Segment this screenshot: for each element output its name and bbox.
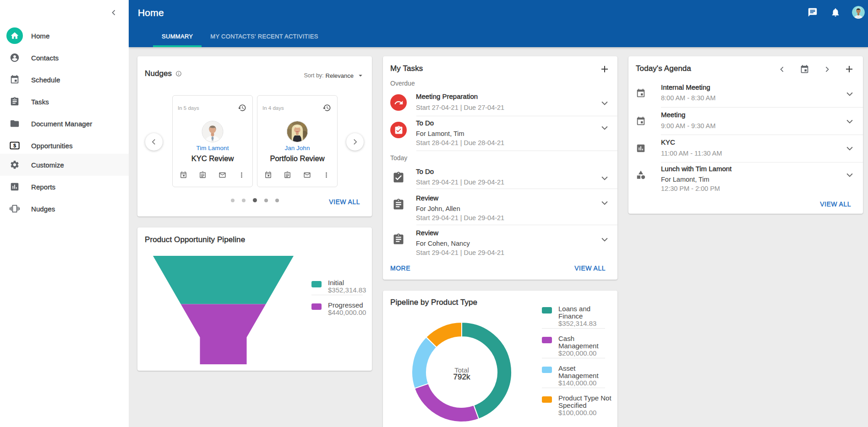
agenda-nav [766, 63, 856, 76]
legend-entry: Product Type Not Specified$100,000.00 [542, 388, 605, 417]
agenda-view-all-button[interactable]: VIEW ALL [820, 200, 851, 208]
agenda-card-title: Today's Agenda [636, 64, 691, 73]
calendar-icon[interactable] [179, 170, 188, 179]
carousel-dot-4[interactable] [264, 199, 268, 202]
todays-agenda-card: Today's Agenda Internal Meeting8:00 AM -… [628, 56, 863, 214]
nudge-contact-link[interactable]: Tim Lamont [173, 145, 252, 151]
tasks-more-button[interactable]: MORE [390, 265, 410, 272]
chevron-down-icon[interactable] [599, 97, 610, 108]
agenda-title: Meeting [661, 111, 685, 119]
page-title: Home [138, 7, 164, 18]
sidebar-item-document-manager[interactable]: Document Manager [0, 113, 129, 135]
app-header: Home SUMMARYMY CONTACTS' RECENT ACTIVITI… [129, 0, 868, 47]
donut-legend: Loans and Finance$352,314.83Cash Managem… [542, 299, 605, 417]
carousel-dot-5[interactable] [275, 199, 279, 202]
calendar-icon[interactable] [263, 170, 273, 179]
nudge-avatar [202, 121, 224, 142]
carousel-dot-2[interactable] [242, 199, 246, 202]
mail-icon[interactable] [302, 170, 311, 179]
sidebar-item-label: Tasks [31, 98, 49, 106]
task-dates: Start 29-04-21 | Due 29-04-21 [416, 249, 504, 256]
task-icon[interactable] [198, 170, 207, 179]
task-dates: Start 29-04-21 | Due 29-04-21 [416, 178, 504, 186]
sort-by-value: Relevance [326, 72, 354, 79]
todo-icon [390, 122, 407, 138]
chevron-down-icon[interactable] [599, 173, 610, 184]
calendar-icon [636, 116, 646, 126]
sidebar-item-customize[interactable]: Customize [0, 154, 129, 176]
nudges-view-all-button[interactable]: VIEW ALL [329, 198, 360, 205]
nudge-card-1: In 5 daysTim LamontKYC Review [172, 95, 253, 187]
more-vert-icon[interactable] [237, 170, 246, 179]
legend-value: $440,000.00 [328, 309, 363, 316]
agenda-calendar-button[interactable] [798, 63, 811, 76]
sidebar: HomeContactsScheduleTasksDocument Manage… [0, 0, 129, 427]
sidebar-item-nudges[interactable]: Nudges [0, 198, 129, 220]
agenda-prev-day-button[interactable] [775, 63, 788, 76]
legend-entry: Progressed$440,000.00 [311, 295, 363, 317]
sidebar-item-label: Nudges [31, 205, 55, 213]
header-actions [806, 6, 868, 19]
add-agenda-item-button[interactable] [843, 63, 856, 76]
tab-my-contacts-recent-activities[interactable]: MY CONTACTS' RECENT ACTIVITIES [202, 25, 327, 47]
more-vert-icon[interactable] [322, 170, 331, 179]
sidebar-item-tasks[interactable]: Tasks [0, 91, 129, 113]
sidebar-item-schedule[interactable]: Schedule [0, 69, 129, 91]
svg-text:$: $ [13, 143, 16, 148]
task-icon[interactable] [283, 170, 292, 179]
nudge-due-label: In 4 days [262, 105, 284, 111]
carousel-dot-3[interactable] [253, 198, 257, 202]
agenda-title: Lunch with Tim Lamont [661, 165, 732, 173]
nudges-sort-dropdown[interactable]: Sort by: Relevance [304, 71, 365, 80]
chevron-down-icon[interactable] [599, 234, 610, 245]
sidebar-item-label: Opportunities [31, 142, 73, 150]
history-icon[interactable] [238, 103, 246, 114]
chevron-down-icon[interactable] [844, 88, 855, 99]
sidebar-item-label: Customize [31, 161, 64, 169]
task-for: For Cohen, Nancy [416, 240, 470, 247]
agenda-time: 12:30 PM - 2:00 PM [661, 185, 720, 192]
nudge-actions [179, 170, 246, 179]
divider [661, 162, 863, 162]
sidebar-item-contacts[interactable]: Contacts [0, 47, 129, 69]
divider [416, 225, 617, 225]
nudge-title: Portfolio Review [257, 154, 337, 163]
sidebar-item-opportunities[interactable]: $Opportunities [0, 135, 129, 157]
sidebar-item-home[interactable]: Home [0, 25, 129, 47]
divider [661, 135, 863, 135]
chevron-down-icon[interactable] [844, 116, 855, 127]
legend-entry: Loans and Finance$352,314.83 [542, 299, 605, 329]
opportunities-icon: $ [6, 137, 23, 154]
tab-summary[interactable]: SUMMARY [153, 25, 202, 47]
legend-value: $100,000.00 [558, 409, 605, 416]
chevron-down-icon[interactable] [844, 143, 855, 154]
carousel-dot-1[interactable] [231, 199, 235, 202]
carousel-prev-button[interactable] [145, 133, 163, 151]
legend-name: Progressed [328, 302, 363, 309]
add-task-button[interactable] [599, 63, 611, 75]
reports-icon [6, 178, 23, 195]
agenda-next-day-button[interactable] [820, 63, 833, 76]
carousel-next-button[interactable] [346, 133, 364, 151]
bell-icon[interactable] [829, 6, 842, 19]
legend-name: Initial [328, 279, 363, 286]
sidebar-item-reports[interactable]: Reports [0, 176, 129, 198]
chevron-down-icon[interactable] [844, 169, 855, 180]
agenda-for: For Lamont, Tim [661, 176, 710, 183]
chevron-down-icon[interactable] [599, 197, 610, 208]
calendar-icon [636, 88, 646, 98]
chevron-down-icon[interactable] [599, 122, 610, 133]
nudge-title: KYC Review [173, 154, 252, 163]
nudge-contact-link[interactable]: Jan John [257, 145, 337, 151]
user-avatar[interactable] [852, 6, 865, 19]
mail-icon[interactable] [218, 170, 227, 179]
category-icon [636, 170, 646, 180]
info-icon[interactable] [175, 70, 182, 79]
sidebar-collapse-button[interactable] [109, 7, 119, 17]
tasks-view-all-button[interactable]: VIEW ALL [574, 265, 606, 272]
legend-value: $140,000.00 [558, 379, 605, 387]
history-icon[interactable] [322, 103, 331, 114]
legend-swatch [542, 367, 552, 373]
task-for: For Lamont, Tim [416, 130, 464, 137]
chat-icon[interactable] [806, 6, 819, 19]
